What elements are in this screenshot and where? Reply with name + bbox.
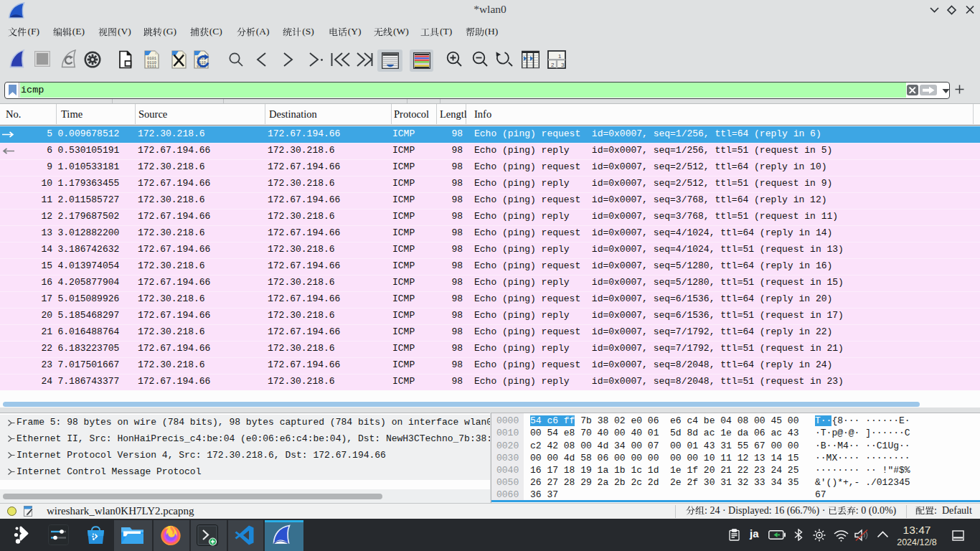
svg-text:1: 1 xyxy=(558,53,562,60)
svg-text:0111: 0111 xyxy=(147,65,156,69)
svg-text:3: 3 xyxy=(561,62,565,68)
svg-text:2: 2 xyxy=(551,62,555,68)
